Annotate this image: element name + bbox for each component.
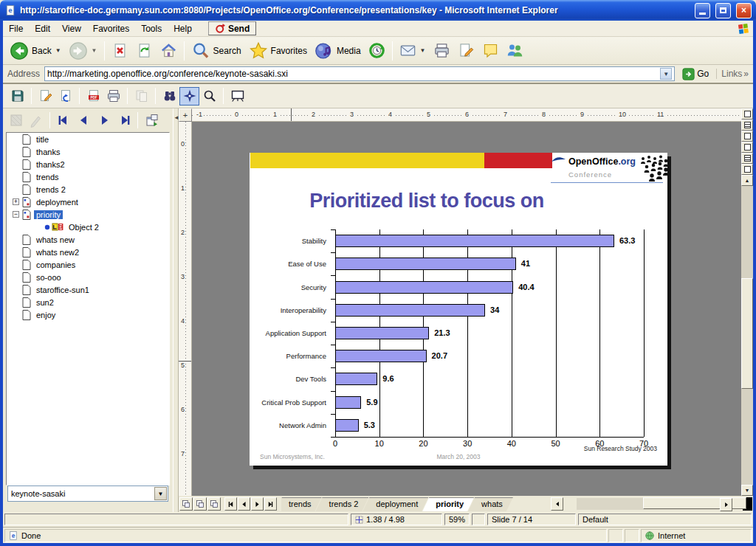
refresh-button[interactable] — [132, 41, 157, 61]
favorites-button[interactable]: Favorites — [245, 40, 311, 62]
last-slide-button[interactable] — [114, 111, 134, 130]
dropdown-arrow-icon[interactable]: ▼ — [92, 47, 97, 54]
dropdown-arrow-icon[interactable]: ▼ — [55, 47, 61, 54]
search-button[interactable]: Search — [188, 40, 245, 62]
scroll-down-button[interactable]: ▼ — [741, 485, 753, 496]
tree-item-label[interactable]: trends — [34, 173, 61, 182]
tree-item-thanks[interactable]: thanks — [7, 145, 169, 158]
media-button[interactable]: Media — [311, 40, 365, 62]
tree-item-label[interactable]: priority — [34, 210, 63, 219]
menu-help[interactable]: Help — [168, 22, 198, 35]
vertical-scrollbar[interactable]: ▲ ▼ — [741, 108, 753, 496]
print-direct-button[interactable] — [103, 87, 123, 106]
vertical-ruler[interactable]: 01234567 — [179, 122, 192, 496]
tree-item-trends-2[interactable]: trends 2 — [7, 183, 169, 196]
tree-item-thanks2[interactable]: thanks2 — [7, 158, 169, 170]
slide-tab-trends[interactable]: trends — [281, 497, 322, 511]
zoom-button[interactable] — [199, 87, 219, 106]
slide-tab-whats[interactable]: whats — [468, 497, 513, 511]
edit-button[interactable] — [454, 41, 478, 61]
find-button[interactable] — [159, 87, 179, 106]
next-slide-tab-button[interactable] — [251, 497, 264, 511]
menu-view[interactable]: View — [56, 22, 87, 35]
load-url-button[interactable] — [55, 87, 75, 106]
tree-item-label[interactable]: whats new — [34, 235, 77, 244]
outline-view-button[interactable] — [741, 120, 753, 131]
address-url[interactable]: http://marketing.openoffice.org/conferen… — [47, 69, 657, 79]
navigator-button[interactable] — [179, 87, 199, 106]
tree-item-label[interactable]: whats new2 — [34, 248, 81, 257]
tree-item-trends[interactable]: trends — [7, 170, 169, 183]
pane-splitter[interactable]: ◄ — [173, 108, 179, 512]
menu-edit[interactable]: Edit — [29, 22, 56, 35]
slide-tab-priority[interactable]: priority — [422, 497, 474, 511]
previous-slide-tab-button[interactable] — [238, 497, 250, 511]
drawing-view-button[interactable] — [741, 108, 753, 120]
tree-item-label[interactable]: companies — [34, 260, 78, 269]
tree-item-label[interactable]: thanks — [34, 148, 62, 156]
tree-item-whats-new[interactable]: whats new — [7, 233, 169, 246]
first-slide-button[interactable] — [54, 111, 74, 130]
tree-item-whats-new2[interactable]: whats new2 — [7, 246, 169, 258]
tree-item-priority[interactable]: −priority — [7, 208, 169, 221]
export-pdf-button[interactable]: PDF — [83, 87, 103, 106]
expand-icon[interactable]: + — [13, 198, 19, 205]
tree-item-label[interactable]: trends 2 — [34, 185, 68, 194]
first-slide-tab-button[interactable] — [224, 497, 237, 511]
messenger-button[interactable] — [503, 41, 527, 61]
dropdown-arrow-icon[interactable]: ▼ — [420, 47, 426, 54]
horizontal-scrollbar[interactable] — [563, 497, 743, 511]
tree-item-label[interactable]: Object 2 — [66, 223, 101, 232]
scroll-up-button[interactable]: ▲ — [741, 175, 753, 186]
menu-tools[interactable]: Tools — [135, 22, 168, 35]
tree-item-enjoy[interactable]: enjoy — [7, 308, 169, 321]
menu-file[interactable]: File — [3, 22, 29, 35]
last-slide-tab-button[interactable] — [264, 497, 277, 511]
tree-item-staroffice-sun1[interactable]: staroffice-sun1 — [7, 283, 169, 296]
presentation-button[interactable] — [227, 87, 247, 106]
links-button[interactable]: Links » — [716, 69, 749, 79]
edit-file-button[interactable] — [35, 87, 55, 106]
history-button[interactable] — [365, 41, 389, 61]
tab-scroll-right-button[interactable] — [720, 498, 732, 511]
next-slide-button[interactable] — [94, 111, 114, 130]
collapse-icon[interactable]: − — [13, 211, 19, 218]
discuss-button[interactable] — [478, 41, 503, 61]
title-bar[interactable]: e http://staroffice-doc.germany.sun.com:… — [0, 0, 756, 21]
start-show-button[interactable] — [741, 164, 753, 175]
save-button[interactable] — [7, 87, 27, 106]
slide-tab-trends-2[interactable]: trends 2 — [316, 497, 369, 511]
tree-item-label[interactable]: sun2 — [34, 298, 56, 307]
tab-scroll-left-button[interactable] — [551, 497, 563, 511]
horizontal-ruler[interactable]: -101234567891011 — [192, 108, 741, 122]
mail-button[interactable]: ▼ — [396, 41, 430, 61]
tree-item-object-2[interactable]: Object 2 — [7, 221, 169, 233]
maximize-button[interactable] — [715, 3, 731, 18]
tree-item-label[interactable]: enjoy — [34, 311, 58, 319]
document-select[interactable]: keynote-sasaki ▼ — [7, 485, 168, 502]
slide-canvas[interactable]: OpenOffice.org Conference — [192, 122, 741, 496]
close-button[interactable]: × — [736, 3, 752, 18]
back-button[interactable]: Back▼ — [6, 40, 65, 62]
tree-item-title[interactable]: title — [7, 133, 169, 145]
minimize-button[interactable] — [695, 3, 710, 18]
handout-view-button[interactable] — [741, 153, 753, 164]
slide-tab-deployment[interactable]: deployment — [362, 497, 428, 511]
tree-item-companies[interactable]: companies — [7, 258, 169, 271]
notes-view-button[interactable] — [741, 142, 753, 153]
menu-favorites[interactable]: Favorites — [87, 22, 135, 35]
vertical-scroll-thumb[interactable] — [741, 278, 753, 389]
ruler-origin-button[interactable]: + — [179, 108, 192, 122]
slide-view-button[interactable] — [741, 131, 753, 142]
tree-item-label[interactable]: thanks2 — [34, 160, 67, 169]
tree-item-so-ooo[interactable]: so-ooo — [7, 271, 169, 283]
new-window-button[interactable] — [142, 111, 162, 130]
previous-slide-button[interactable] — [74, 111, 94, 130]
address-dropdown-button[interactable]: ▼ — [660, 68, 672, 80]
address-input[interactable]: http://marketing.openoffice.org/conferen… — [44, 66, 675, 81]
status-zoom-field[interactable]: 59% — [444, 514, 470, 525]
view-mode-normal-button[interactable] — [179, 497, 193, 511]
home-button[interactable] — [157, 41, 181, 61]
go-button[interactable]: Go — [679, 67, 712, 81]
tree-item-deployment[interactable]: +deployment — [7, 196, 169, 208]
